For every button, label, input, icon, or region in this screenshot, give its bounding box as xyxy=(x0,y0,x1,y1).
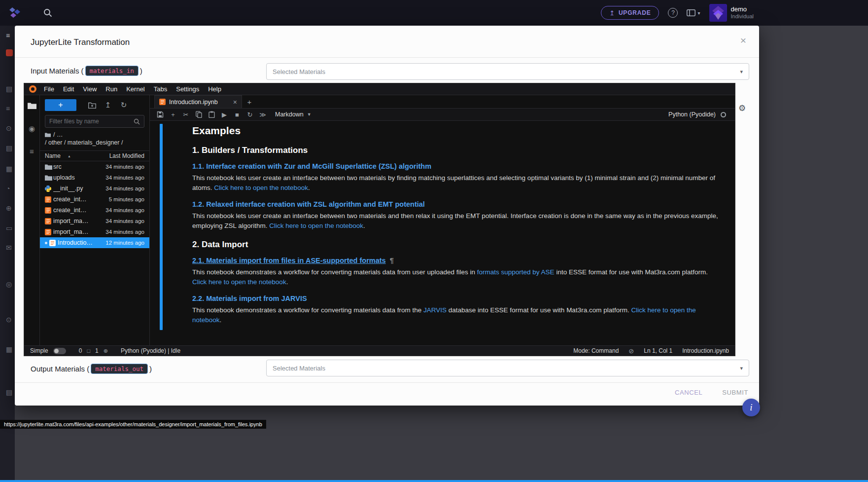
jupyter-logo-icon xyxy=(29,85,36,93)
menu-help[interactable]: Help xyxy=(204,85,226,93)
running-kernels-icon[interactable]: ◉ xyxy=(29,124,35,133)
cancel-button[interactable]: CANCEL xyxy=(675,389,702,396)
nb-paragraph: This notebook demonstrates a workflow fo… xyxy=(192,267,723,288)
menu-kernel[interactable]: Kernel xyxy=(122,85,149,93)
breadcrumb[interactable]: / … / other / materials_designer / xyxy=(40,128,149,147)
jarvis-link[interactable]: JARVIS xyxy=(423,306,447,314)
copy-cell-icon[interactable] xyxy=(192,109,205,120)
user-name: demo xyxy=(731,5,754,13)
run-cell-icon[interactable]: ▶ xyxy=(218,109,231,120)
markdown-cell[interactable]: Examples 1. Builders / Transformations 1… xyxy=(192,123,723,327)
link-url-statusbar: https://jupyterlite.mat3ra.com/files/api… xyxy=(0,420,266,429)
sidebar-icon-8[interactable]: ▭ xyxy=(6,224,16,232)
sidebar-icon-12[interactable]: ▦ xyxy=(6,345,16,353)
sidebar-icon-4[interactable]: ▤ xyxy=(6,144,16,152)
paste-cell-icon[interactable] xyxy=(205,109,218,120)
materials-out-code-chip: materials_out xyxy=(91,364,148,374)
sidebar-icon-6[interactable]: ◔ xyxy=(6,185,16,192)
table-of-contents-icon[interactable]: ≡ xyxy=(30,147,34,155)
close-icon[interactable]: × xyxy=(740,35,746,46)
output-materials-label: Output Materials ( materials_out ) xyxy=(31,364,152,374)
sidebar-icon-9[interactable]: ✉ xyxy=(6,244,16,252)
sidebar-icon-7[interactable]: ⊕ xyxy=(6,204,16,212)
activity-bar: ◉ ≡ xyxy=(24,95,40,345)
file-row-uploads[interactable]: uploads 34 minutes ago xyxy=(40,172,149,183)
close-tab-icon[interactable]: × xyxy=(233,98,237,106)
refresh-icon[interactable]: ↻ xyxy=(116,99,132,111)
menu-file[interactable]: File xyxy=(39,85,59,93)
cell-type-dropdown[interactable]: Markdown ▼ xyxy=(275,111,312,118)
file-row-notebook[interactable]: import_ma… 34 minutes ago xyxy=(40,226,149,237)
menu-view[interactable]: View xyxy=(78,85,101,93)
user-menu[interactable]: demo Individual xyxy=(709,4,754,22)
menu-settings[interactable]: Settings xyxy=(172,85,204,93)
sidebar-icon-1[interactable]: ▤ xyxy=(6,85,16,93)
help-icon[interactable]: ? xyxy=(668,8,678,18)
new-tab-icon[interactable]: + xyxy=(242,95,257,108)
breadcrumb-root[interactable]: / … xyxy=(53,131,63,139)
info-button[interactable]: i xyxy=(742,399,760,416)
kernel-status-text[interactable]: Python (Pyodide) | Idle xyxy=(121,347,180,354)
sidebar-icon-3[interactable]: ⊙ xyxy=(6,124,16,132)
file-filter-input[interactable] xyxy=(49,118,134,125)
output-materials-select[interactable]: Selected Materials ▾ xyxy=(266,360,749,376)
cell-type-value: Markdown xyxy=(275,111,304,118)
file-browser-icon[interactable] xyxy=(28,102,36,111)
cursor-position[interactable]: Ln 1, Col 1 xyxy=(644,347,672,354)
file-row-notebook[interactable]: import_ma… 34 minutes ago xyxy=(40,216,149,226)
submit-button[interactable]: SUBMIT xyxy=(722,389,748,396)
sidebar-icon-11[interactable]: ⊙ xyxy=(6,316,16,324)
simple-mode-label: Simple xyxy=(30,347,48,354)
sidebar-menu-icon[interactable]: ≡ xyxy=(6,32,16,39)
simple-mode-toggle[interactable] xyxy=(53,348,66,354)
open-notebook-link[interactable]: Click here to open the notebook xyxy=(269,222,363,229)
accessibility-icon[interactable]: ⊘ xyxy=(628,347,634,355)
mat3ra-logo-icon[interactable] xyxy=(8,6,22,21)
nb-h3-jarvis: 2.2. Materials import from JARVIS xyxy=(192,295,723,302)
column-name[interactable]: Name ▲ xyxy=(45,152,103,159)
menu-edit[interactable]: Edit xyxy=(59,85,78,93)
sidebar-icon-5[interactable]: ▦ xyxy=(6,165,16,173)
save-icon[interactable] xyxy=(154,109,167,120)
restart-kernel-icon[interactable]: ↻ xyxy=(243,109,256,120)
sidebar-icon-10[interactable]: ◎ xyxy=(6,280,16,288)
file-row-init-py[interactable]: __init__.py 34 minutes ago xyxy=(40,183,149,194)
sidebar-icon-red[interactable] xyxy=(6,49,13,56)
nb-h2-builders: 1. Builders / Transformations xyxy=(192,146,723,155)
search-icon[interactable] xyxy=(43,8,52,19)
tab-introduction-ipynb[interactable]: Introduction.ipynb × xyxy=(154,95,242,108)
restart-run-all-icon[interactable]: ≫ xyxy=(256,109,269,120)
panels-menu-icon[interactable]: ▾ xyxy=(687,9,700,16)
input-materials-select[interactable]: Selected Materials ▾ xyxy=(266,63,749,80)
anchor-pilcrow[interactable]: ¶ xyxy=(390,257,394,264)
ase-formats-link[interactable]: formats supported by ASE xyxy=(477,268,555,276)
column-last-modified[interactable]: Last Modified xyxy=(103,152,144,159)
upload-icon[interactable]: ↥ xyxy=(100,99,116,111)
stop-kernel-icon[interactable]: ■ xyxy=(231,109,243,120)
cut-cell-icon[interactable]: ✂ xyxy=(179,109,192,120)
file-row-src[interactable]: src 34 minutes ago xyxy=(40,161,149,172)
output-label-prefix: Output Materials ( xyxy=(31,365,89,373)
kernel-icon: ⊕ xyxy=(104,348,108,354)
menu-tabs[interactable]: Tabs xyxy=(149,85,172,93)
file-row-notebook[interactable]: create_int… 34 minutes ago xyxy=(40,205,149,216)
gear-icon[interactable]: ⚙ xyxy=(738,103,746,113)
open-notebook-link[interactable]: Click here to open the notebook xyxy=(214,184,308,191)
file-row-notebook[interactable]: create_int… 5 minutes ago xyxy=(40,194,149,205)
upgrade-button[interactable]: ↥ UPGRADE xyxy=(601,6,659,20)
file-row-introduction-selected[interactable]: Introductio… 12 minutes ago xyxy=(40,237,149,248)
add-cell-icon[interactable]: + xyxy=(167,109,179,120)
home-folder-icon xyxy=(45,132,51,137)
breadcrumb-path[interactable]: / other / materials_designer / xyxy=(45,139,123,147)
new-launcher-button[interactable]: + xyxy=(45,99,76,111)
sidebar-icon-13[interactable]: ▤ xyxy=(6,388,16,396)
kernel-selector[interactable]: Python (Pyodide) xyxy=(668,111,716,118)
sidebar-icon-2[interactable]: ≡ xyxy=(6,105,16,112)
nb-paragraph: This notebook demonstrates a workflow fo… xyxy=(192,305,723,326)
selected-cell-indicator[interactable] xyxy=(160,124,163,330)
open-notebook-link[interactable]: Click here to open the notebook xyxy=(192,278,286,286)
folder-icon xyxy=(45,164,53,170)
file-filter[interactable] xyxy=(45,115,144,128)
menu-run[interactable]: Run xyxy=(101,85,122,93)
new-folder-icon[interactable] xyxy=(84,99,100,111)
